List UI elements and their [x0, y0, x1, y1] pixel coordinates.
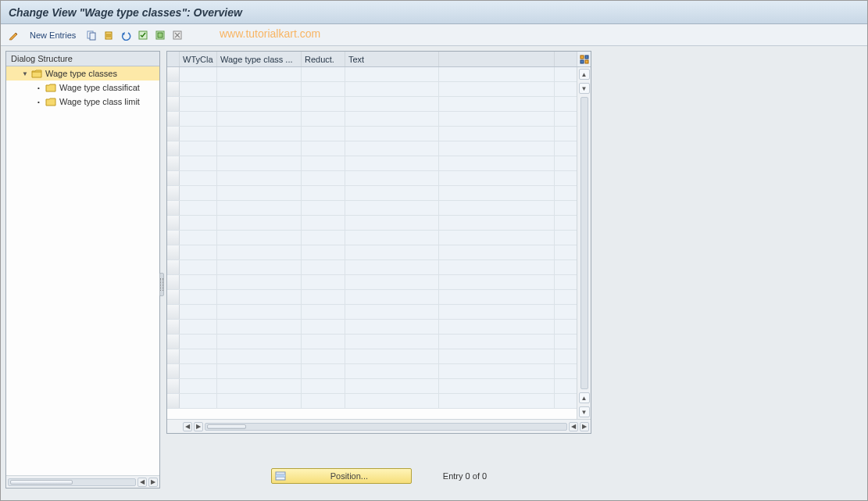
cell[interactable]	[345, 290, 439, 304]
cell[interactable]	[302, 349, 345, 363]
table-row[interactable]	[167, 82, 577, 97]
cell[interactable]	[555, 275, 577, 289]
cell[interactable]	[345, 67, 439, 81]
table-row[interactable]	[167, 186, 577, 201]
table-row[interactable]	[167, 67, 577, 82]
cell[interactable]	[302, 394, 345, 408]
cell[interactable]	[302, 231, 345, 245]
row-selector[interactable]	[167, 216, 180, 230]
table-row[interactable]	[167, 112, 577, 127]
cell[interactable]	[345, 216, 439, 230]
cell[interactable]	[439, 201, 555, 215]
cell[interactable]	[555, 201, 577, 215]
cell[interactable]	[302, 127, 345, 141]
row-selector[interactable]	[167, 349, 180, 363]
cell[interactable]	[217, 127, 302, 141]
cell[interactable]	[180, 364, 217, 378]
cell[interactable]	[345, 156, 439, 170]
cell[interactable]	[180, 320, 217, 334]
cell[interactable]	[439, 320, 555, 334]
cell[interactable]	[217, 186, 302, 200]
cell[interactable]	[345, 141, 439, 156]
scroll-down-step-icon[interactable]: ▼	[579, 83, 590, 94]
cell[interactable]	[217, 364, 302, 378]
scroll-down-icon[interactable]: ▼	[579, 406, 590, 417]
toggle-change-icon[interactable]	[7, 28, 21, 42]
cell[interactable]	[180, 171, 217, 185]
cell[interactable]	[439, 112, 555, 126]
cell[interactable]	[555, 82, 577, 96]
cell[interactable]	[217, 305, 302, 319]
scrollbar-track[interactable]	[580, 97, 588, 389]
cell[interactable]	[345, 97, 439, 111]
table-row[interactable]	[167, 335, 577, 349]
cell[interactable]	[217, 171, 302, 185]
scroll-right-icon[interactable]: ▶	[148, 478, 158, 487]
cell[interactable]	[555, 335, 577, 349]
cell[interactable]	[555, 379, 577, 393]
cell[interactable]	[439, 349, 555, 363]
cell[interactable]	[180, 335, 217, 349]
column-header-reduct[interactable]: Reduct.	[302, 52, 345, 66]
cell[interactable]	[217, 394, 302, 408]
cell[interactable]	[345, 275, 439, 289]
cell[interactable]	[302, 171, 345, 185]
table-row[interactable]	[167, 97, 577, 112]
table-row[interactable]	[167, 141, 577, 156]
cell[interactable]	[180, 112, 217, 126]
column-header-wage-type-class[interactable]: Wage type class ...	[217, 52, 302, 66]
cell[interactable]	[302, 245, 345, 259]
cell[interactable]	[217, 201, 302, 215]
cell[interactable]	[302, 112, 345, 126]
cell[interactable]	[180, 141, 217, 156]
cell[interactable]	[217, 275, 302, 289]
cell[interactable]	[180, 231, 217, 245]
new-entries-button[interactable]: New Entries	[24, 28, 81, 42]
cell[interactable]	[180, 97, 217, 111]
table-row[interactable]	[167, 201, 577, 216]
table-row[interactable]	[167, 320, 577, 335]
table-row[interactable]	[167, 216, 577, 231]
undo-icon[interactable]	[119, 28, 133, 42]
cell[interactable]	[345, 201, 439, 215]
column-header-empty[interactable]	[439, 52, 555, 66]
scroll-left-icon[interactable]: ◀	[183, 422, 192, 431]
cell[interactable]	[180, 275, 217, 289]
cell[interactable]	[180, 186, 217, 200]
scrollbar-track[interactable]	[8, 478, 136, 486]
cell[interactable]	[302, 186, 345, 200]
table-row[interactable]	[167, 305, 577, 320]
cell[interactable]	[302, 216, 345, 230]
row-selector[interactable]	[167, 379, 180, 393]
cell[interactable]	[217, 97, 302, 111]
cell[interactable]	[439, 186, 555, 200]
row-selector[interactable]	[167, 67, 180, 81]
cell[interactable]	[180, 305, 217, 319]
row-selector[interactable]	[167, 275, 180, 289]
cell[interactable]	[345, 320, 439, 334]
table-row[interactable]	[167, 156, 577, 171]
row-selector[interactable]	[167, 171, 180, 185]
cell[interactable]	[180, 379, 217, 393]
cell[interactable]	[439, 394, 555, 408]
table-row[interactable]	[167, 349, 577, 364]
scrollbar-thumb[interactable]	[207, 424, 246, 429]
position-button[interactable]: Position...	[271, 468, 412, 484]
cell[interactable]	[555, 112, 577, 126]
cell[interactable]	[345, 231, 439, 245]
tree-collapse-icon[interactable]: ▼	[22, 70, 28, 77]
cell[interactable]	[555, 305, 577, 319]
row-selector[interactable]	[167, 290, 180, 304]
row-selector[interactable]	[167, 260, 180, 274]
cell[interactable]	[345, 112, 439, 126]
cell[interactable]	[439, 141, 555, 156]
row-selector[interactable]	[167, 112, 180, 126]
panel-splitter[interactable]	[159, 273, 164, 296]
table-row[interactable]	[167, 290, 577, 305]
cell[interactable]	[302, 320, 345, 334]
cell[interactable]	[217, 67, 302, 81]
deselect-all-icon[interactable]	[170, 28, 184, 42]
cell[interactable]	[555, 320, 577, 334]
row-selector[interactable]	[167, 231, 180, 245]
cell[interactable]	[217, 216, 302, 230]
